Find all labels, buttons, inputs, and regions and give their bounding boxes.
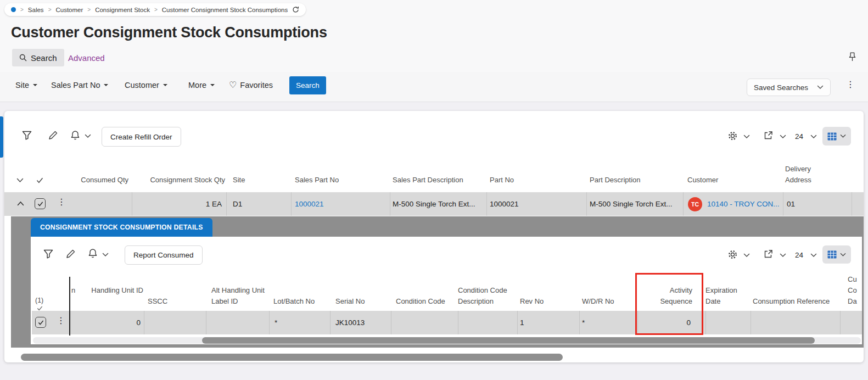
column-header-condition-code-description[interactable]: Condition Code Description — [458, 285, 516, 307]
column-divider — [269, 311, 270, 334]
column-divider — [226, 192, 227, 216]
column-divider — [486, 192, 487, 216]
cell-part-description: M-500 Single Torch Ext... — [590, 192, 673, 216]
column-divider — [683, 192, 684, 216]
customer-avatar: TC — [688, 197, 702, 211]
column-header-sales-part-description[interactable]: Sales Part Description — [393, 175, 463, 186]
column-header-customer[interactable]: Customer — [687, 175, 718, 186]
chevron-down-icon — [32, 83, 38, 87]
column-header-consumed-qty[interactable]: Consumed Qty — [65, 175, 128, 186]
row-kebab-menu[interactable]: ⋮ — [57, 317, 65, 325]
filter-icon[interactable] — [22, 131, 32, 140]
bell-icon[interactable] — [88, 248, 97, 259]
view-mode-table-button[interactable] — [822, 127, 851, 146]
breadcrumb-separator: > — [20, 7, 24, 13]
column-header-truncated-right[interactable]: Cu Co Da — [848, 274, 862, 307]
chevron-down-icon[interactable] — [810, 253, 817, 258]
column-header-sales-part-no[interactable]: Sales Part No — [295, 175, 339, 186]
chevron-down-icon[interactable] — [85, 134, 91, 138]
edit-pencil-icon[interactable] — [66, 249, 75, 259]
chevron-down-icon[interactable] — [102, 253, 109, 257]
cell-sales-part-no-link[interactable]: 1000021 — [295, 192, 324, 216]
breadcrumb-sales[interactable]: Sales — [28, 7, 44, 13]
chevron-down-icon[interactable] — [743, 135, 750, 139]
chevron-down-icon — [210, 83, 215, 87]
pin-icon[interactable] — [848, 52, 856, 62]
breadcrumb-current-page[interactable]: Customer Consignment Stock Consumptions — [162, 7, 288, 13]
breadcrumb-separator: > — [87, 7, 91, 13]
select-all-check-icon[interactable] — [37, 306, 43, 311]
advanced-tab[interactable]: Advanced — [68, 53, 105, 63]
breadcrumb-customer[interactable]: Customer — [55, 7, 83, 13]
column-header-handling-unit-id[interactable]: Handling Unit ID — [89, 285, 143, 296]
breadcrumb-consignment-stock[interactable]: Consignment Stock — [95, 7, 150, 13]
filter-chip-site[interactable]: Site — [15, 81, 38, 90]
detail-horizontal-scrollbar-thumb[interactable] — [202, 337, 815, 344]
filter-chip-site-label: Site — [15, 81, 29, 90]
home-dot-icon[interactable] — [11, 7, 16, 12]
page-size-selector[interactable]: 24 — [795, 132, 803, 141]
row-checkbox[interactable] — [35, 198, 46, 209]
gear-icon[interactable] — [728, 250, 737, 259]
chevron-down-icon[interactable] — [780, 135, 786, 139]
search-tab-button[interactable]: Search — [12, 49, 64, 66]
page-size-selector[interactable]: 24 — [795, 251, 803, 259]
column-header-site[interactable]: Site — [233, 175, 245, 186]
column-header-lot-batch-no[interactable]: Lot/Batch No — [273, 296, 315, 307]
column-header-wdr-no[interactable]: W/D/R No — [582, 296, 614, 307]
collapse-row-chevron-icon[interactable] — [17, 201, 24, 206]
column-header-expiration-date[interactable]: Expiration Date — [705, 285, 745, 307]
expand-all-chevron-icon[interactable] — [16, 178, 24, 183]
gear-icon[interactable] — [728, 131, 737, 141]
header-kebab-menu[interactable]: ⋮ — [846, 81, 855, 88]
filter-chip-customer[interactable]: Customer — [125, 81, 168, 90]
cell-sales-part-description: M-500 Single Torch Ext... — [393, 192, 475, 216]
saved-searches-dropdown[interactable]: Saved Searches — [747, 79, 831, 96]
column-header-alt-handling-unit-label-id[interactable]: Alt Handling Unit Label ID — [211, 285, 266, 307]
main-horizontal-scrollbar-thumb[interactable] — [21, 354, 563, 361]
heart-icon: ♡ — [229, 80, 237, 90]
view-mode-table-button[interactable] — [822, 245, 851, 264]
chevron-down-icon[interactable] — [780, 253, 786, 258]
filter-chip-sales-part-no[interactable]: Sales Part No — [51, 81, 109, 90]
column-header-rev-no[interactable]: Rev No — [520, 296, 544, 307]
chevron-down-icon[interactable] — [810, 135, 817, 139]
column-header-serial-no[interactable]: Serial No — [335, 296, 365, 307]
column-header-delivery-address[interactable]: Delivery Address — [785, 164, 821, 186]
column-header-consignment-stock-qty[interactable]: Consignment Stock Qty — [135, 175, 225, 186]
tab-consignment-stock-consumption-details[interactable]: CONSIGNMENT STOCK CONSUMPTION DETAILS — [31, 218, 212, 237]
column-header-truncated-left[interactable]: n — [71, 285, 86, 296]
chevron-down-icon[interactable] — [743, 253, 750, 258]
create-refill-order-button[interactable]: Create Refill Order — [102, 127, 181, 147]
search-button[interactable]: Search — [289, 76, 326, 94]
favorites-button[interactable]: ♡ Favorites — [229, 80, 273, 90]
cell-lot-batch-no: * — [275, 311, 277, 334]
column-divider — [291, 192, 292, 216]
column-header-part-no[interactable]: Part No — [490, 175, 514, 186]
column-header-condition-code[interactable]: Condition Code — [396, 296, 445, 307]
breadcrumb-separator: > — [154, 7, 158, 13]
report-consumed-button[interactable]: Report Consumed — [125, 245, 203, 265]
check-icon — [38, 320, 44, 325]
column-header-consumption-reference[interactable]: Consumption Reference — [753, 296, 830, 307]
breadcrumb-separator: > — [48, 7, 52, 13]
chevron-down-icon — [103, 83, 109, 87]
row-kebab-menu[interactable]: ⋮ — [57, 198, 66, 206]
cell-consignment-stock-qty: 1 EA — [135, 192, 222, 216]
cell-customer-link[interactable]: 10140 - TROY CON... — [707, 192, 780, 216]
edit-pencil-icon[interactable] — [48, 131, 58, 140]
select-all-check-icon[interactable] — [36, 177, 43, 183]
column-divider — [586, 192, 587, 216]
row-checkbox[interactable] — [35, 317, 46, 328]
column-header-part-description[interactable]: Part Description — [590, 175, 640, 186]
selection-accent-bar — [0, 116, 3, 158]
export-icon[interactable] — [764, 131, 773, 140]
refresh-icon[interactable] — [292, 6, 299, 13]
column-header-sscc[interactable]: SSCC — [148, 296, 167, 307]
bell-icon[interactable] — [71, 130, 80, 141]
table-row[interactable] — [32, 311, 862, 334]
filter-chip-more[interactable]: More — [188, 81, 215, 90]
column-divider — [391, 311, 391, 334]
export-icon[interactable] — [764, 249, 773, 259]
filter-icon[interactable] — [43, 249, 53, 259]
